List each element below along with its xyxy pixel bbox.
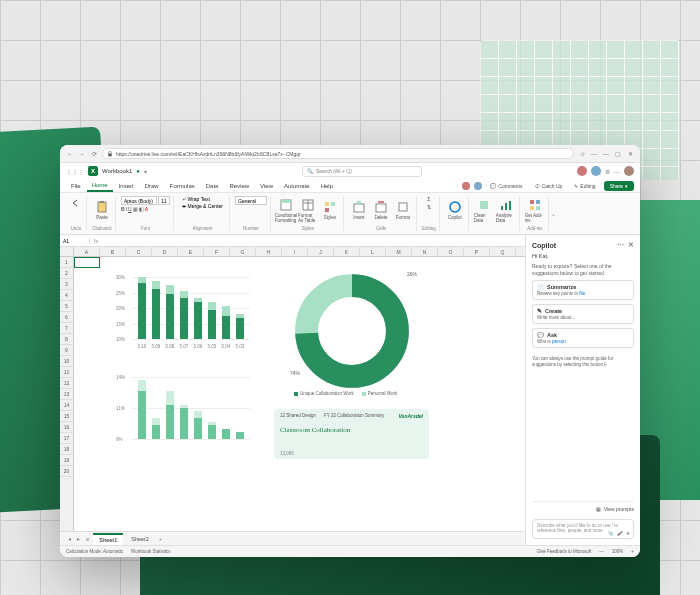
col-header[interactable]: D [152, 247, 178, 256]
user-avatar[interactable] [624, 166, 634, 176]
number-format-select[interactable]: General [235, 196, 267, 205]
col-header[interactable]: L [360, 247, 386, 256]
copilot-card-summarize[interactable]: 📄Summarize Review key points in file [532, 280, 634, 300]
tab-list-icon[interactable]: ≡ [84, 536, 91, 542]
row-header[interactable]: 20 [60, 466, 73, 477]
row-header[interactable]: 11 [60, 367, 73, 378]
window-close-icon[interactable]: ✕ [626, 150, 634, 158]
menu-data[interactable]: Data [201, 181, 224, 191]
row-header[interactable]: 12 [60, 378, 73, 389]
info-tab-2[interactable]: FY 22 Collaboration Summary [324, 413, 384, 418]
analyze-data-button[interactable]: Analyze Data [496, 196, 516, 224]
donut-chart[interactable]: 26% 74% Unique Collaboration Work Person… [274, 265, 429, 400]
col-header[interactable]: F [204, 247, 230, 256]
row-header[interactable]: 2 [60, 268, 73, 279]
format-table-button[interactable]: Format As Table [298, 196, 318, 224]
font-size-select[interactable]: 11 [158, 196, 170, 205]
zoom-in-icon[interactable]: + [631, 549, 634, 554]
col-header[interactable]: A [74, 247, 100, 256]
col-header[interactable]: M [386, 247, 412, 256]
menu-view[interactable]: View [255, 181, 278, 191]
row-header[interactable]: 7 [60, 323, 73, 334]
collaborator-avatar-1[interactable] [577, 166, 587, 176]
sheet-tab-2[interactable]: Sheet2 [125, 534, 154, 544]
row-header[interactable]: 5 [60, 301, 73, 312]
catchup-button[interactable]: ⏱Catch Up [531, 182, 567, 190]
sum-button[interactable]: Σ [427, 196, 430, 202]
copilot-card-create[interactable]: ✎Create Write more about... [532, 304, 634, 324]
row-header[interactable]: 6 [60, 312, 73, 323]
window-maximize-icon[interactable]: ▢ [614, 150, 622, 158]
menu-automate[interactable]: Automate [279, 181, 315, 191]
styles-button[interactable]: Styles [320, 196, 340, 224]
undo-button[interactable] [69, 196, 83, 210]
presence-avatar-1[interactable] [462, 182, 470, 190]
row-header[interactable]: 1 [60, 257, 73, 268]
zoom-out-icon[interactable]: — [599, 549, 604, 554]
col-header[interactable]: P [464, 247, 490, 256]
back-icon[interactable]: ← [66, 150, 74, 158]
copilot-input[interactable]: Describe what you'd like to do or use / … [532, 519, 634, 539]
font-color-button[interactable]: A [145, 206, 148, 212]
comments-button[interactable]: 💬Comments [486, 182, 526, 190]
window-minimize-icon[interactable]: — [602, 150, 610, 158]
row-header[interactable]: 9 [60, 345, 73, 356]
clean-data-button[interactable]: Clean Data [474, 196, 494, 224]
menu-home[interactable]: Home [87, 180, 113, 192]
refresh-icon[interactable]: ⟳ [90, 150, 98, 158]
conditional-formatting-button[interactable]: Conditional Formatting [276, 196, 296, 224]
row-header[interactable]: 13 [60, 389, 73, 400]
fill-color-button[interactable]: ◧ [139, 206, 144, 212]
bold-button[interactable]: B [121, 206, 125, 212]
select-all-corner[interactable] [60, 247, 74, 256]
copilot-more-icon[interactable]: ⋯ [617, 241, 624, 249]
col-header[interactable]: H [256, 247, 282, 256]
col-header[interactable]: E [178, 247, 204, 256]
copilot-button[interactable]: Copilot [445, 196, 465, 224]
bar-chart-2[interactable]: 14%11%9% [114, 365, 254, 453]
info-card[interactable]: 12 Shared Design FY 22 Collaboration Sum… [274, 409, 429, 459]
extension-icon[interactable]: ⋯ [590, 150, 598, 158]
bar-chart-1[interactable]: 30%25%20%15%10%5.105.095.085.075.065.055… [114, 265, 254, 353]
ribbon-collapse-icon[interactable]: ⌄ [551, 210, 556, 217]
merge-button[interactable]: ⬌ Merge & Center [182, 203, 223, 209]
workbook-title[interactable]: Workbook1 [102, 168, 132, 174]
col-header[interactable]: J [308, 247, 334, 256]
forward-icon[interactable]: → [78, 150, 86, 158]
dropdown-icon[interactable]: ▾ [144, 168, 147, 175]
col-header[interactable]: N [412, 247, 438, 256]
search-input[interactable]: 🔍 Search (Alt + Q) [302, 166, 422, 177]
apps-icon[interactable]: ⋮⋮⋮ [66, 168, 84, 175]
row-header[interactable]: 14 [60, 400, 73, 411]
spreadsheet-grid[interactable]: ABCDEFGHIJKLMNOPQ 1234567891011121314151… [60, 247, 525, 531]
status-feedback[interactable]: Give Feedback to Microsoft [537, 549, 592, 554]
italic-button[interactable]: I [126, 206, 127, 212]
share-button[interactable]: Share ▾ [604, 181, 634, 191]
font-name-select[interactable]: Aptos (Body) [121, 196, 157, 205]
name-box[interactable]: A1 [60, 238, 90, 244]
underline-button[interactable]: U [128, 206, 132, 212]
presence-avatar-2[interactable] [474, 182, 482, 190]
fx-icon[interactable]: fx [90, 238, 102, 244]
editing-button[interactable]: ✎Editing [570, 182, 599, 190]
border-button[interactable]: ▦ [133, 206, 138, 212]
wrap-button[interactable]: ⤶ Wrap Text [182, 196, 210, 202]
menu-review[interactable]: Review [224, 181, 254, 191]
settings-icon[interactable]: ⚙ [605, 168, 610, 175]
copilot-view-prompts[interactable]: ▦View prompts [532, 501, 634, 512]
row-header[interactable]: 15 [60, 411, 73, 422]
row-header[interactable]: 10 [60, 356, 73, 367]
menu-formulas[interactable]: Formulas [165, 181, 200, 191]
menu-file[interactable]: File [66, 181, 86, 191]
copilot-attach-icon[interactable]: 📎 [608, 531, 614, 536]
row-header[interactable]: 16 [60, 422, 73, 433]
add-sheet-icon[interactable]: + [157, 536, 164, 542]
copilot-close-icon[interactable]: ✕ [628, 241, 634, 249]
paste-button[interactable]: Paste [92, 196, 112, 224]
menu-insert[interactable]: Insert [114, 181, 139, 191]
col-header[interactable]: K [334, 247, 360, 256]
star-icon[interactable]: ☆ [578, 150, 586, 158]
delete-button[interactable]: Delete [371, 196, 391, 224]
row-header[interactable]: 18 [60, 444, 73, 455]
insert-button[interactable]: Insert [349, 196, 369, 224]
